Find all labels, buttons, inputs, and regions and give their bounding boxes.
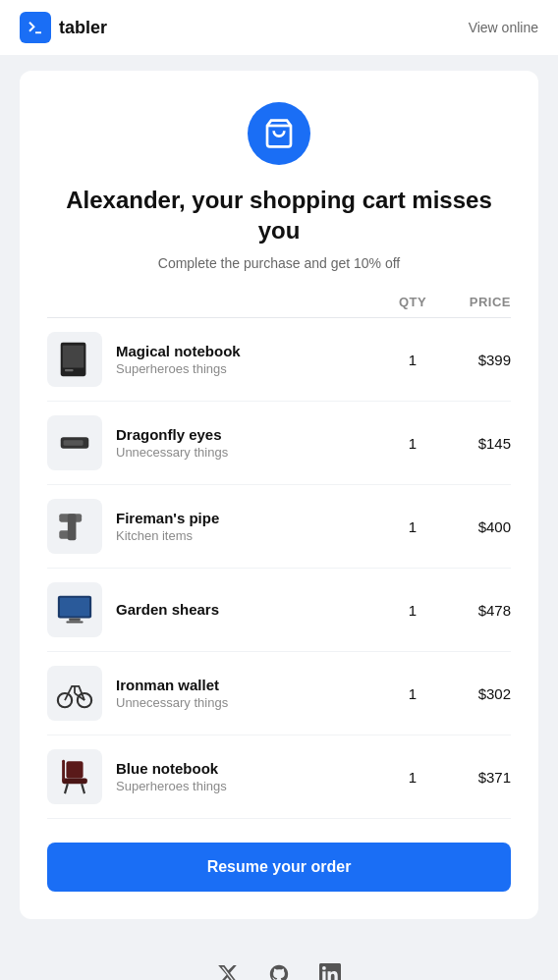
github-icon[interactable]	[263, 958, 295, 980]
item-qty: 1	[383, 518, 442, 535]
cart-icon	[263, 118, 295, 149]
table-row: Garden shears 1 $478	[47, 569, 511, 652]
col-qty-header: QTY	[383, 295, 442, 309]
item-name: Ironman wallet	[116, 677, 383, 693]
col-price-header: PRICE	[442, 295, 511, 309]
item-price: $371	[442, 769, 511, 786]
svg-line-21	[82, 785, 84, 794]
item-qty: 1	[383, 769, 442, 786]
item-category: Unnecessary things	[116, 695, 383, 710]
item-qty: 1	[383, 685, 442, 702]
item-category: Superheroes things	[116, 779, 383, 793]
logo-icon	[20, 12, 51, 43]
email-card: Alexander, your shopping cart misses you…	[20, 71, 538, 919]
item-qty: 1	[383, 602, 442, 619]
svg-rect-4	[65, 369, 74, 371]
item-category: Superheroes things	[116, 361, 383, 376]
item-image-dragonfly-eyes	[47, 415, 102, 470]
item-name: Fireman's pipe	[116, 510, 383, 526]
item-name: Magical notebook	[116, 343, 383, 359]
svg-rect-18	[66, 762, 83, 779]
logo-area: tabler	[20, 12, 107, 43]
headline: Alexander, your shopping cart misses you	[47, 185, 511, 245]
table-row: Blue notebook Superheroes things 1 $371	[47, 735, 511, 819]
item-qty: 1	[383, 352, 442, 368]
resume-order-button[interactable]: Resume your order	[47, 843, 511, 892]
item-details-dragonfly-eyes: Dragonfly eyes Unnecessary things	[116, 426, 383, 460]
table-row: Ironman wallet Unnecessary things 1 $302	[47, 652, 511, 735]
top-bar: tabler View online	[0, 0, 558, 55]
item-details-garden-shears: Garden shears	[116, 601, 383, 620]
table-row: Fireman's pipe Kitchen items 1 $400	[47, 485, 511, 569]
table-row: Magical notebook Superheroes things 1 $3…	[47, 318, 511, 402]
cart-icon-circle	[248, 102, 310, 165]
item-image-blue-notebook	[47, 749, 102, 804]
item-qty: 1	[383, 435, 442, 452]
item-details-magical-notebook: Magical notebook Superheroes things	[116, 343, 383, 376]
subtitle: Complete the purchase and get 10% off	[47, 255, 511, 271]
footer: If you have any questions, feel free to …	[0, 935, 558, 980]
item-price: $478	[442, 602, 511, 619]
svg-rect-11	[60, 598, 89, 617]
item-name: Dragonfly eyes	[116, 426, 383, 443]
svg-rect-13	[66, 622, 83, 624]
linkedin-icon[interactable]	[314, 958, 346, 980]
item-image-firemans-pipe	[47, 499, 102, 554]
item-price: $145	[442, 435, 511, 452]
view-online-link[interactable]: View online	[469, 20, 538, 35]
svg-line-20	[65, 785, 68, 794]
item-category: Unnecessary things	[116, 445, 383, 460]
svg-rect-12	[69, 619, 80, 622]
table-row: Dragonfly eyes Unnecessary things 1 $145	[47, 402, 511, 485]
item-name: Blue notebook	[116, 760, 383, 777]
item-price: $399	[442, 352, 511, 368]
item-image-ironman-wallet	[47, 666, 102, 721]
svg-rect-9	[68, 515, 77, 541]
logo-text: tabler	[59, 18, 107, 38]
svg-rect-3	[63, 346, 84, 368]
item-image-garden-shears	[47, 582, 102, 637]
twitter-icon[interactable]	[212, 958, 244, 980]
social-icons	[20, 958, 538, 980]
item-details-firemans-pipe: Fireman's pipe Kitchen items	[116, 510, 383, 543]
svg-rect-19	[62, 779, 87, 785]
item-price: $302	[442, 685, 511, 702]
svg-rect-6	[64, 441, 84, 447]
item-name: Garden shears	[116, 601, 383, 618]
cart-icon-wrap	[47, 102, 511, 165]
item-category: Kitchen items	[116, 528, 383, 543]
item-image-magical-notebook	[47, 332, 102, 387]
item-details-blue-notebook: Blue notebook Superheroes things	[116, 760, 383, 793]
item-details-ironman-wallet: Ironman wallet Unnecessary things	[116, 677, 383, 710]
item-price: $400	[442, 518, 511, 535]
items-list: Magical notebook Superheroes things 1 $3…	[47, 318, 511, 819]
table-header: QTY PRICE	[47, 295, 511, 318]
